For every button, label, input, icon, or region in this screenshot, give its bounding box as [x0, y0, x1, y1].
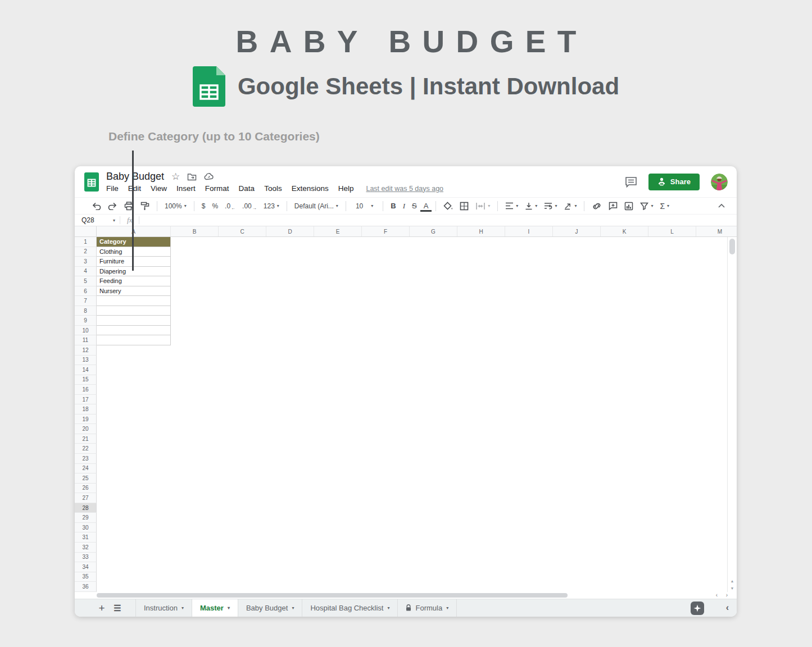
fill-color-icon[interactable] — [440, 199, 456, 213]
sheets-app-icon[interactable] — [84, 172, 99, 192]
menu-item-file[interactable]: File — [106, 184, 119, 193]
row-header-12[interactable]: 12 — [75, 345, 97, 356]
filter-icon[interactable]: ▾ — [637, 199, 656, 213]
row-header-36[interactable]: 36 — [75, 582, 97, 592]
row-header-5[interactable]: 5 — [75, 276, 97, 286]
scroll-left-icon[interactable]: ‹ — [716, 592, 718, 599]
sheet-tab-instruction[interactable]: Instruction▾ — [135, 599, 192, 617]
row-header-33[interactable]: 33 — [75, 553, 97, 563]
row-header-6[interactable]: 6 — [75, 286, 97, 297]
row-header-35[interactable]: 35 — [75, 572, 97, 582]
row-header-10[interactable]: 10 — [75, 326, 97, 336]
row-header-30[interactable]: 30 — [75, 523, 97, 533]
row-header-31[interactable]: 31 — [75, 532, 97, 543]
name-box[interactable]: Q28 ▾ — [75, 215, 120, 226]
paint-format-icon[interactable] — [137, 199, 153, 213]
row-header-3[interactable]: 3 — [75, 257, 97, 267]
vertical-scrollbar-thumb[interactable] — [729, 239, 735, 254]
star-icon[interactable]: ☆ — [171, 172, 180, 181]
share-button[interactable]: Share — [648, 174, 700, 190]
sheet-tab-formula[interactable]: Formula▾ — [398, 599, 457, 617]
formula-input[interactable] — [139, 215, 737, 226]
row-header-27[interactable]: 27 — [75, 493, 97, 503]
cell-A8[interactable] — [97, 306, 171, 316]
cell-A11[interactable] — [97, 335, 171, 345]
collapse-toolbar-icon[interactable] — [714, 199, 729, 213]
menu-item-help[interactable]: Help — [338, 184, 354, 193]
row-header-34[interactable]: 34 — [75, 562, 97, 572]
print-icon[interactable] — [121, 199, 137, 213]
row-header-22[interactable]: 22 — [75, 444, 97, 454]
format-percent-button[interactable]: % — [208, 199, 221, 213]
cell-A2[interactable]: Clothing — [97, 247, 171, 257]
row-header-8[interactable]: 8 — [75, 306, 97, 316]
redo-icon[interactable] — [105, 199, 121, 213]
merge-cells-icon[interactable]: ▾ — [472, 199, 493, 213]
grid-area[interactable]: 1Category2Clothing3Furniture4Diapering5F… — [75, 237, 737, 592]
column-header-C[interactable]: C — [219, 226, 266, 236]
last-edit-link[interactable]: Last edit was 5 days ago — [366, 185, 443, 193]
font-select[interactable]: Default (Ari...▾ — [291, 199, 342, 213]
text-color-button[interactable]: A — [420, 202, 432, 212]
column-header-H[interactable]: H — [457, 226, 505, 236]
bold-button[interactable]: B — [387, 199, 399, 213]
cell-A7[interactable] — [97, 296, 171, 306]
column-header-F[interactable]: F — [362, 226, 410, 236]
strikethrough-button[interactable]: S — [409, 199, 420, 213]
zoom-select[interactable]: 100%▾ — [161, 199, 190, 213]
row-header-25[interactable]: 25 — [75, 473, 97, 484]
row-header-17[interactable]: 17 — [75, 395, 97, 405]
cell-A3[interactable]: Furniture — [97, 257, 171, 267]
move-folder-icon[interactable] — [187, 173, 197, 181]
column-header-B[interactable]: B — [171, 226, 219, 236]
row-header-15[interactable]: 15 — [75, 375, 97, 385]
cell-A10[interactable] — [97, 326, 171, 336]
increase-decimal-button[interactable]: .00→ — [239, 199, 260, 213]
row-header-16[interactable]: 16 — [75, 385, 97, 395]
row-header-32[interactable]: 32 — [75, 543, 97, 553]
row-header-2[interactable]: 2 — [75, 247, 97, 257]
cell-A9[interactable] — [97, 316, 171, 326]
row-header-28[interactable]: 28 — [75, 503, 97, 513]
scroll-down-icon[interactable]: ▼ — [728, 585, 737, 591]
cell-A1[interactable]: Category — [97, 237, 171, 247]
column-header-E[interactable]: E — [314, 226, 362, 236]
insert-link-icon[interactable] — [588, 199, 605, 213]
functions-button[interactable]: Σ▾ — [656, 199, 673, 213]
column-header-M[interactable]: M — [696, 226, 737, 236]
vertical-scrollbar[interactable]: ▲▼ — [727, 237, 737, 592]
column-header-D[interactable]: D — [266, 226, 314, 236]
text-wrap-icon[interactable]: ▾ — [541, 199, 560, 213]
comment-history-icon[interactable] — [625, 176, 637, 188]
menu-item-format[interactable]: Format — [205, 184, 229, 193]
column-header-J[interactable]: J — [553, 226, 601, 236]
decrease-decimal-button[interactable]: .0← — [221, 199, 239, 213]
undo-icon[interactable] — [88, 199, 105, 213]
row-header-26[interactable]: 26 — [75, 484, 97, 494]
row-header-7[interactable]: 7 — [75, 296, 97, 306]
cell-A4[interactable]: Diapering — [97, 267, 171, 277]
row-header-29[interactable]: 29 — [75, 513, 97, 523]
column-header-L[interactable]: L — [648, 226, 696, 236]
menu-item-extensions[interactable]: Extensions — [292, 184, 329, 193]
explore-button[interactable] — [691, 602, 704, 615]
menu-item-insert[interactable]: Insert — [176, 184, 196, 193]
font-size-select[interactable]: 10▾ — [350, 199, 379, 213]
column-header-K[interactable]: K — [601, 226, 648, 236]
scroll-right-icon[interactable]: › — [726, 592, 728, 599]
user-avatar[interactable] — [711, 174, 728, 190]
menu-item-view[interactable]: View — [151, 184, 167, 193]
column-header-I[interactable]: I — [505, 226, 553, 236]
row-header-21[interactable]: 21 — [75, 434, 97, 444]
borders-icon[interactable] — [456, 199, 472, 213]
more-formats-button[interactable]: 123▾ — [260, 199, 283, 213]
all-sheets-button[interactable]: ☰ — [110, 599, 125, 617]
sheet-tab-baby-budget[interactable]: Baby Budget▾ — [238, 599, 302, 617]
row-header-13[interactable]: 13 — [75, 356, 97, 366]
cell-A6[interactable]: Nursery — [97, 286, 171, 297]
row-header-4[interactable]: 4 — [75, 267, 97, 277]
row-header-24[interactable]: 24 — [75, 464, 97, 474]
row-header-23[interactable]: 23 — [75, 454, 97, 464]
row-header-14[interactable]: 14 — [75, 365, 97, 375]
column-header-A[interactable]: A — [97, 226, 171, 236]
